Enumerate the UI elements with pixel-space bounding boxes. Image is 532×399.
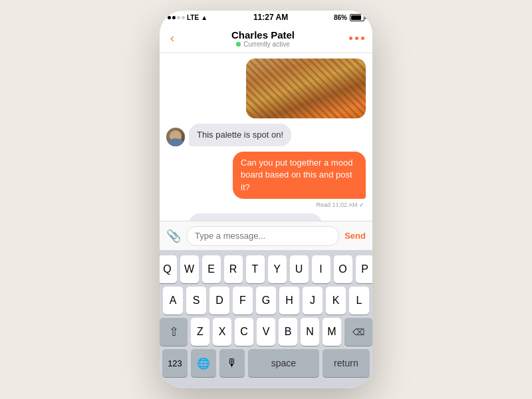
carrier-label: LTE <box>187 14 199 21</box>
received-text-1: This palette is spot on! <box>197 130 283 140</box>
signal-dot-2 <box>172 16 176 19</box>
numbers-key[interactable]: 123 <box>162 349 188 377</box>
keyboard-row-4: 123 🌐 🎙 space return <box>162 349 370 377</box>
read-receipt-text: Read 11:02 AM ✓ <box>316 201 364 208</box>
received-bubble-2: Can you send over a higher quality versi… <box>189 213 322 221</box>
status-right: 86% <box>334 14 364 21</box>
avatar-body <box>168 138 183 146</box>
key-a[interactable]: A <box>163 287 183 315</box>
menu-dot-1 <box>349 37 352 40</box>
backspace-key[interactable]: ⌫ <box>344 318 372 346</box>
battery-icon <box>350 14 364 21</box>
status-bar: LTE ▲ 11:27 AM 86% <box>160 11 372 24</box>
checkmark-icon: ✓ <box>359 201 364 208</box>
menu-dot-3 <box>361 37 364 40</box>
key-l[interactable]: L <box>349 287 369 315</box>
key-g[interactable]: G <box>256 287 276 315</box>
read-receipt: Read 11:02 AM ✓ <box>316 201 364 208</box>
received-message-row-1: This palette is spot on! <box>166 124 366 146</box>
signal-dot-4 <box>182 16 185 19</box>
key-p[interactable]: P <box>356 255 373 283</box>
wifi-icon: ▲ <box>201 14 207 21</box>
key-s[interactable]: S <box>186 287 206 315</box>
key-f[interactable]: F <box>233 287 253 315</box>
sent-bubble-1: Can you put together a mood board based … <box>233 152 366 199</box>
key-j[interactable]: J <box>303 287 323 315</box>
signal-dot-3 <box>177 16 180 19</box>
key-m[interactable]: M <box>323 318 341 346</box>
send-button[interactable]: Send <box>344 231 366 241</box>
status-label: Currently active <box>243 41 289 48</box>
status-left: LTE ▲ <box>168 14 207 21</box>
phone-frame: LTE ▲ 11:27 AM 86% ‹ Charles Patel Curre… <box>160 11 372 388</box>
sent-message-row-1: Can you put together a mood board based … <box>166 152 366 199</box>
sent-image-bubble[interactable] <box>246 59 366 118</box>
key-b[interactable]: B <box>279 318 297 346</box>
input-bar: 📎 Send <box>160 221 372 250</box>
battery-fill <box>351 15 361 20</box>
keyboard-row-3: ⇧ Z X C V B N M ⌫ <box>162 318 370 346</box>
menu-dot-2 <box>355 37 358 40</box>
key-v[interactable]: V <box>257 318 275 346</box>
time-label: 11:27 AM <box>253 13 288 22</box>
avatar-1 <box>166 128 185 146</box>
keyboard-bottom-bar <box>160 384 372 388</box>
key-y[interactable]: Y <box>268 255 287 283</box>
key-k[interactable]: K <box>326 287 346 315</box>
image-preview <box>246 59 366 118</box>
header-center: Charles Patel Currently active <box>231 29 295 48</box>
chat-area: This palette is spot on! Can you put tog… <box>160 53 372 221</box>
emoji-key[interactable]: 🌐 <box>191 349 216 377</box>
signal-dot-1 <box>168 16 171 19</box>
attach-icon[interactable]: 📎 <box>166 229 181 243</box>
key-w[interactable]: W <box>180 255 199 283</box>
key-i[interactable]: I <box>312 255 331 283</box>
back-button[interactable]: ‹ <box>168 29 177 48</box>
more-options[interactable] <box>349 37 364 40</box>
key-e[interactable]: E <box>202 255 221 283</box>
signal-dots <box>168 16 185 19</box>
battery-percent: 86% <box>334 14 347 21</box>
sent-text-1: Can you put together a mood board based … <box>241 158 352 192</box>
keyboard: Q W E R T Y U I O P A S D F G H J K L ⇧ … <box>160 250 372 384</box>
key-o[interactable]: O <box>334 255 352 283</box>
key-c[interactable]: C <box>235 318 253 346</box>
contact-status: Currently active <box>236 41 289 48</box>
key-x[interactable]: X <box>213 318 231 346</box>
keyboard-row-1: Q W E R T Y U I O P <box>162 255 370 283</box>
key-t[interactable]: T <box>246 255 265 283</box>
key-h[interactable]: H <box>279 287 299 315</box>
message-input[interactable] <box>186 226 339 246</box>
shift-key[interactable]: ⇧ <box>160 318 188 346</box>
key-d[interactable]: D <box>209 287 229 315</box>
key-n[interactable]: N <box>301 318 319 346</box>
received-message-row-2: Can you send over a higher quality versi… <box>166 213 366 221</box>
key-u[interactable]: U <box>290 255 309 283</box>
avatar-image-1 <box>166 128 185 146</box>
key-z[interactable]: Z <box>191 318 209 346</box>
received-bubble-1: This palette is spot on! <box>189 124 291 146</box>
image-message-row <box>166 59 366 118</box>
space-key[interactable]: space <box>248 349 319 377</box>
key-q[interactable]: Q <box>160 255 177 283</box>
mic-key[interactable]: 🎙 <box>219 349 245 377</box>
key-r[interactable]: R <box>224 255 243 283</box>
active-dot <box>236 42 241 47</box>
chat-header: ‹ Charles Patel Currently active <box>160 24 372 53</box>
keyboard-row-2: A S D F G H J K L <box>162 287 370 315</box>
contact-name: Charles Patel <box>231 29 295 41</box>
return-key[interactable]: return <box>323 349 370 377</box>
